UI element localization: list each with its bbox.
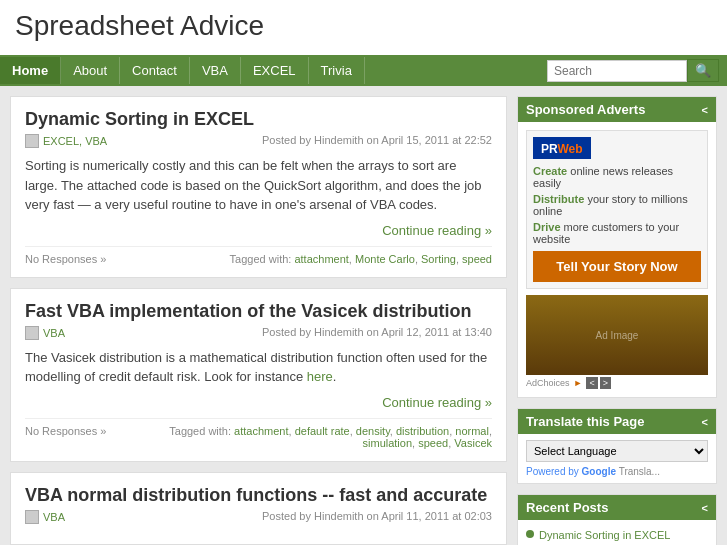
- post-3: VBA normal distribution functions -- fas…: [10, 472, 507, 545]
- adchoices: AdChoices ► < >: [526, 377, 708, 389]
- post-2-meta: VBA Posted by Hindemith on April 12, 201…: [25, 326, 492, 340]
- post-icon: [25, 510, 39, 524]
- post-1-responses[interactable]: No Responses »: [25, 253, 106, 265]
- site-header: Spreadsheet Advice: [0, 0, 727, 55]
- post-1-date: Posted by Hindemith on April 15, 2011 at…: [262, 134, 492, 146]
- post-1-continue[interactable]: Continue reading »: [25, 223, 492, 238]
- translate-header: Translate this Page <: [518, 409, 716, 434]
- sponsored-adverts-body: PRWeb Create online news releases easily…: [518, 122, 716, 397]
- post-2-continue[interactable]: Continue reading »: [25, 395, 492, 410]
- post-3-meta: VBA Posted by Hindemith on April 11, 201…: [25, 510, 492, 524]
- post-2-categories: VBA: [25, 326, 65, 340]
- ad-image: Ad Image: [526, 295, 708, 375]
- search-input[interactable]: [547, 60, 687, 82]
- content-area: Dynamic Sorting in EXCEL EXCEL, VBA Post…: [10, 96, 507, 545]
- nav-items: Home About Contact VBA EXCEL Trivia: [0, 57, 365, 84]
- recent-posts-toggle[interactable]: <: [702, 502, 708, 514]
- sponsored-adverts-header: Sponsored Adverts <: [518, 97, 716, 122]
- nav-home[interactable]: Home: [0, 57, 61, 84]
- nav-vba[interactable]: VBA: [190, 57, 241, 84]
- advert-list: Create online news releases easily Distr…: [533, 165, 701, 245]
- search-button[interactable]: 🔍: [687, 59, 719, 82]
- post-1: Dynamic Sorting in EXCEL EXCEL, VBA Post…: [10, 96, 507, 278]
- site-title: Spreadsheet Advice: [15, 10, 712, 42]
- post-1-meta: EXCEL, VBA Posted by Hindemith on April …: [25, 134, 492, 148]
- post-2-tags: Tagged with: attachment, default rate, d…: [169, 425, 492, 449]
- prweb-advert: PRWeb Create online news releases easily…: [526, 130, 708, 289]
- post-1-excerpt: Sorting is numerically costly and this c…: [25, 156, 492, 215]
- powered-by: Powered by Google Transla...: [526, 466, 708, 477]
- post-2-title[interactable]: Fast VBA implementation of the Vasicek d…: [25, 301, 492, 322]
- recent-posts-header: Recent Posts <: [518, 495, 716, 520]
- post-3-title[interactable]: VBA normal distribution functions -- fas…: [25, 485, 492, 506]
- nav-excel[interactable]: EXCEL: [241, 57, 309, 84]
- recent-posts-widget: Recent Posts < Dynamic Sorting in EXCEL …: [517, 494, 717, 545]
- translate-body: Select Language Powered by Google Transl…: [518, 434, 716, 483]
- translate-widget: Translate this Page < Select Language Po…: [517, 408, 717, 484]
- sidebar: Sponsored Adverts < PRWeb Create online …: [517, 96, 717, 545]
- post-1-footer: No Responses » Tagged with: attachment, …: [25, 246, 492, 265]
- tell-story-button[interactable]: Tell Your Story Now: [533, 251, 701, 282]
- sponsored-adverts-toggle[interactable]: <: [702, 104, 708, 116]
- post-2-excerpt: The Vasicek distribution is a mathematic…: [25, 348, 492, 387]
- search-area: 🔍: [539, 55, 727, 86]
- nav-contact[interactable]: Contact: [120, 57, 190, 84]
- adchoices-nav: < >: [586, 377, 611, 389]
- adchoices-next[interactable]: >: [600, 377, 611, 389]
- post-icon: [25, 134, 39, 148]
- post-3-date: Posted by Hindemith on April 11, 2011 at…: [262, 510, 492, 522]
- post-1-categories: EXCEL, VBA: [25, 134, 107, 148]
- advert-item-3: Drive more customers to your website: [533, 221, 701, 245]
- post-2-footer: No Responses » Tagged with: attachment, …: [25, 418, 492, 449]
- post-3-categories: VBA: [25, 510, 65, 524]
- post-2: Fast VBA implementation of the Vasicek d…: [10, 288, 507, 462]
- recent-post-bullet: [526, 530, 534, 538]
- post-1-tags: Tagged with: attachment, Monte Carlo, So…: [230, 253, 492, 265]
- recent-post-1: Dynamic Sorting in EXCEL: [526, 528, 708, 542]
- prweb-logo: PRWeb: [533, 137, 591, 159]
- post-icon: [25, 326, 39, 340]
- post-1-title[interactable]: Dynamic Sorting in EXCEL: [25, 109, 492, 130]
- nav-trivia[interactable]: Trivia: [309, 57, 365, 84]
- translate-toggle[interactable]: <: [702, 416, 708, 428]
- here-link[interactable]: here: [307, 369, 333, 384]
- nav-about[interactable]: About: [61, 57, 120, 84]
- adchoices-prev[interactable]: <: [586, 377, 597, 389]
- sponsored-adverts-widget: Sponsored Adverts < PRWeb Create online …: [517, 96, 717, 398]
- advert-item-2: Distribute your story to millions online: [533, 193, 701, 217]
- post-2-responses[interactable]: No Responses »: [25, 425, 106, 449]
- main-layout: Dynamic Sorting in EXCEL EXCEL, VBA Post…: [0, 86, 727, 545]
- language-select[interactable]: Select Language: [526, 440, 708, 462]
- recent-posts-body: Dynamic Sorting in EXCEL Fast VBA implem…: [518, 520, 716, 545]
- post-2-date: Posted by Hindemith on April 12, 2011 at…: [262, 326, 492, 338]
- recent-post-1-link[interactable]: Dynamic Sorting in EXCEL: [539, 528, 670, 542]
- navigation: Home About Contact VBA EXCEL Trivia 🔍: [0, 55, 727, 86]
- advert-item-1: Create online news releases easily: [533, 165, 701, 189]
